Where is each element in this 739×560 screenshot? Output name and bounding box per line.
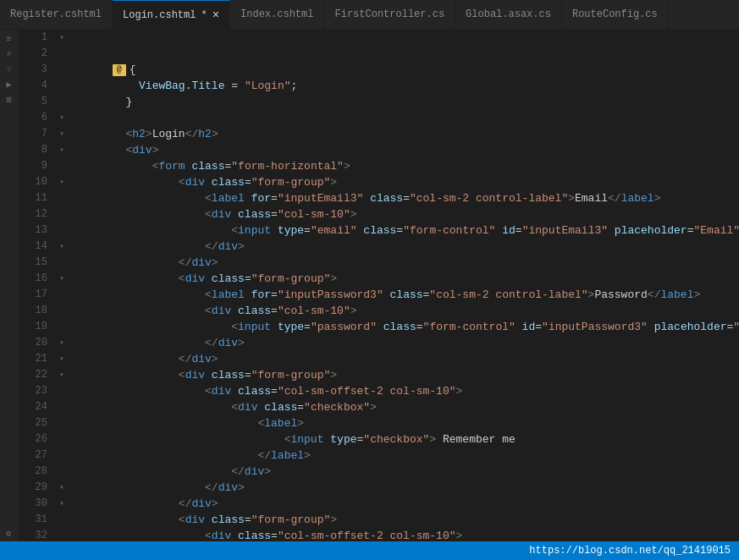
tab-firstcontroller[interactable]: FirstController.cs: [324, 0, 455, 29]
tab-label-register: Register.cshtml: [10, 8, 102, 20]
code-line-6: <h2>Login</h2>: [73, 110, 739, 126]
fold-17[interactable]: ▾: [54, 271, 69, 287]
code-line-2: @{: [73, 46, 739, 62]
tab-label-index: Index.cshtml: [240, 8, 313, 20]
tab-global[interactable]: Global.asax.cs: [455, 0, 562, 29]
close-icon[interactable]: ×: [212, 9, 219, 21]
tab-register[interactable]: Register.cshtml: [0, 0, 113, 29]
fold-23[interactable]: ▾: [54, 367, 69, 383]
line-numbers: 1 2 3 4 5 6 7 8 9 10 11 12 13 14 15 16 1…: [19, 30, 54, 541]
activity-bar: ≡ ⌕ ⑂ ▶ ⊞ ⚙: [0, 30, 19, 541]
tab-routeconfig[interactable]: RouteConfig.cs: [562, 0, 669, 29]
fold-8[interactable]: ▾: [54, 126, 69, 142]
fold-7[interactable]: ▾: [54, 110, 69, 126]
status-bar: https://blog.csdn.net/qq_21419015: [0, 541, 739, 560]
settings-icon[interactable]: ⚙: [3, 528, 15, 540]
source-control-icon[interactable]: ⑂: [3, 63, 15, 75]
code-line-8: <form class="form-horizontal">: [73, 142, 739, 158]
fold-31[interactable]: ▾: [54, 496, 69, 512]
tab-index[interactable]: Index.cshtml: [230, 0, 324, 29]
code-line-5: [73, 94, 739, 110]
fold-2[interactable]: ▾: [54, 30, 69, 46]
tab-label-login: Login.cshtml: [123, 9, 196, 21]
tab-login[interactable]: Login.cshtml * ×: [113, 0, 230, 29]
tab-label-global: Global.asax.cs: [466, 8, 551, 20]
fold-15[interactable]: ▾: [54, 239, 69, 255]
code-editor[interactable]: @{ ViewBag.Title = "Login"; } <h2>Login<…: [69, 30, 739, 541]
fold-30[interactable]: ▾: [54, 480, 69, 496]
debug-icon[interactable]: ▶: [3, 79, 15, 91]
extensions-icon[interactable]: ⊞: [3, 94, 15, 106]
tab-label-routeconfig: RouteConfig.cs: [572, 8, 658, 20]
tab-bar: Register.cshtml Login.cshtml * × Index.c…: [0, 0, 739, 30]
fold-22[interactable]: ▾: [54, 351, 69, 367]
status-url: https://blog.csdn.net/qq_21419015: [529, 545, 731, 557]
fold-21[interactable]: ▾: [54, 335, 69, 351]
explorer-icon[interactable]: ≡: [3, 33, 15, 45]
modified-indicator: *: [201, 9, 207, 21]
fold-11[interactable]: ▾: [54, 174, 69, 190]
code-line-3: ViewBag.Title = "Login";: [73, 62, 739, 78]
fold-area: ▾ ▾ ▾ ▾ ▾ ▾ ▾ ▾ ▾ ▾ ▾ ▾: [54, 30, 69, 541]
fold-9[interactable]: ▾: [54, 142, 69, 158]
tab-label-firstcontroller: FirstController.cs: [334, 8, 444, 20]
search-icon[interactable]: ⌕: [3, 48, 15, 60]
editor-area: ≡ ⌕ ⑂ ▶ ⊞ ⚙ 1 2 3 4 5 6 7 8 9 10 11 12 1…: [0, 30, 739, 541]
code-line-1: [73, 30, 739, 46]
